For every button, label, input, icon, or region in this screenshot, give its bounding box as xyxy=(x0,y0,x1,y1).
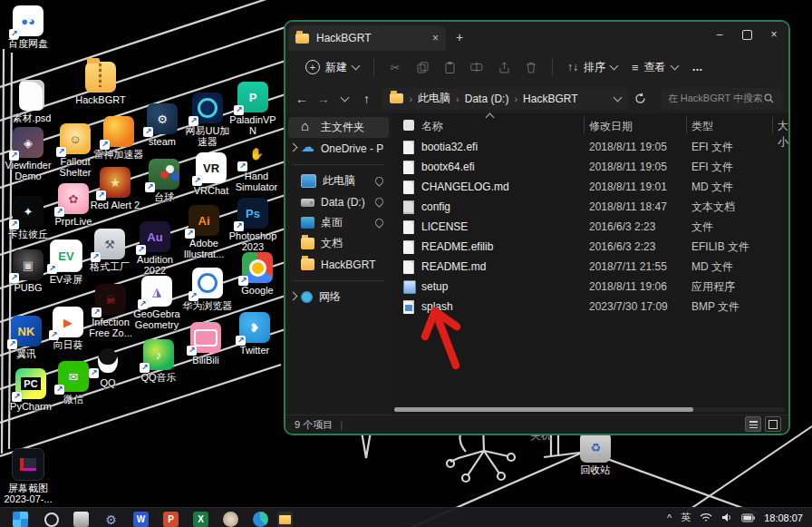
file-row[interactable]: README.md2018/7/11 21:55MD 文件 xyxy=(392,257,788,277)
column-type[interactable]: 类型 xyxy=(691,119,713,134)
excel-button[interactable]: X xyxy=(193,512,208,527)
hand-icon: ✋↗ xyxy=(241,138,272,169)
search-button[interactable] xyxy=(44,512,59,527)
file-row[interactable]: LICENSE2016/6/3 2:23文件 xyxy=(392,217,788,237)
pin-icon xyxy=(373,217,385,229)
file-row[interactable]: config2018/8/11 18:47文本文档 xyxy=(392,197,788,217)
desktop-icon-bilibili[interactable]: ↗BiliBili xyxy=(179,322,232,366)
delete-icon[interactable] xyxy=(524,60,538,74)
desktop-icon-qq[interactable]: ↗QQ xyxy=(82,345,134,388)
desktop-icon-qq-music[interactable]: ♪↗QQ音乐 xyxy=(132,339,185,383)
large-icons-view-button[interactable] xyxy=(765,416,781,432)
uu-booster-icon: ↗ xyxy=(192,93,223,123)
wifi-icon[interactable] xyxy=(700,512,712,522)
horizontal-scrollbar[interactable] xyxy=(394,407,785,412)
paste-icon[interactable] xyxy=(442,60,457,74)
scrollbar-thumb[interactable] xyxy=(394,407,693,412)
desktop-icon-illustrator[interactable]: Ai↗Adobe Illustrat... xyxy=(178,205,230,259)
copy-icon[interactable] xyxy=(415,60,430,74)
folder-icon xyxy=(301,259,314,270)
breadcrumb-data-d[interactable]: Data (D:) xyxy=(465,93,509,105)
edge-button[interactable] xyxy=(253,512,268,527)
desktop-icon-hackbgrt-folder[interactable]: HackBGRT xyxy=(74,62,127,105)
language-indicator[interactable]: 英 xyxy=(681,511,691,524)
file-row[interactable]: bootia32.efi2018/8/11 19:05EFI 文件 xyxy=(392,137,788,157)
address-bar[interactable]: › 此电脑 › Data (D:) › HackBGRT xyxy=(382,88,627,110)
taskbar-clock[interactable]: 18:08:07 xyxy=(764,512,803,523)
desktop-icon-viewfinder-demo[interactable]: ◈↗Viewfinder Demo xyxy=(2,127,54,181)
file-row[interactable]: splash2023/7/30 17:09BMP 文件 xyxy=(392,297,788,317)
rename-icon[interactable] xyxy=(469,60,484,74)
share-icon[interactable] xyxy=(497,60,511,74)
up-button[interactable]: ↑ xyxy=(358,89,376,109)
refresh-button[interactable] xyxy=(632,89,650,109)
shortcut-arrow-icon: ↗ xyxy=(145,182,155,192)
sidebar-item-hackbgrt[interactable]: HackBGRT xyxy=(288,254,389,275)
desktop-icon-red-alert-2[interactable]: ★↗Red Alert 2 xyxy=(89,167,141,210)
more-options-button[interactable]: … xyxy=(685,56,711,78)
sidebar-item-home[interactable]: 主文件夹 xyxy=(288,117,389,138)
desktop-icon-paladin-vpn[interactable]: P↗PaladinVPN xyxy=(227,82,279,136)
forward-button[interactable]: → xyxy=(314,89,333,109)
explorer-tab[interactable]: HackBGRT × xyxy=(288,25,446,51)
close-button[interactable]: × xyxy=(761,22,787,49)
navigation-bar: ← → ↑ › 此电脑 › Data (D:) › HackBGRT 在 Hac… xyxy=(285,83,788,114)
tab-close-icon[interactable]: × xyxy=(432,32,439,44)
sort-button[interactable]: ↑↓ 排序 xyxy=(560,55,624,80)
taskbar-app-button[interactable] xyxy=(73,512,89,527)
file-row[interactable]: CHANGELOG.md2018/8/11 19:01MD 文件 xyxy=(392,177,788,197)
maximize-button[interactable] xyxy=(734,22,759,49)
cut-icon[interactable]: ✂ xyxy=(388,60,402,74)
battery-icon[interactable] xyxy=(741,513,755,522)
chevron-down-icon xyxy=(610,62,619,71)
desktop-icon-twitter[interactable]: ❥↗Twitter xyxy=(228,312,281,356)
desktop-icon-geogebra[interactable]: ◮↗GeoGebra Geometry xyxy=(130,276,183,330)
recent-locations-button[interactable] xyxy=(336,89,354,109)
breadcrumb-this-pc[interactable]: 此电脑 xyxy=(418,91,450,106)
format-factory-icon: ⚒↗ xyxy=(94,229,125,259)
desktop-icon-sucai-psd[interactable]: 素材.psd xyxy=(5,80,58,123)
sidebar-item-network[interactable]: 网络 xyxy=(288,287,389,307)
file-row[interactable]: setup2018/8/11 19:06应用程序 xyxy=(392,277,788,297)
powerpoint-button[interactable]: P xyxy=(163,512,179,527)
new-tab-button[interactable]: + xyxy=(450,29,469,47)
address-dropdown-icon[interactable] xyxy=(613,93,622,102)
minimize-button[interactable]: – xyxy=(707,22,732,49)
new-button[interactable]: + 新建 xyxy=(298,55,366,80)
sidebar-item-data-d[interactable]: Data (D:) xyxy=(288,191,389,212)
select-all-checkbox[interactable] xyxy=(403,120,414,131)
column-date[interactable]: 修改日期 xyxy=(589,119,633,134)
pin-icon xyxy=(373,196,385,208)
details-view-button[interactable] xyxy=(745,416,761,432)
volume-icon[interactable] xyxy=(721,512,732,522)
start-button[interactable] xyxy=(13,512,28,527)
desktop-icon-screenshot-file[interactable]: 屏幕截图 2023-07-... xyxy=(2,448,54,504)
desktop-icon-recycle-bin[interactable]: ♻回收站 xyxy=(569,432,622,475)
desktop-icon-huawei-browser[interactable]: ↗华为浏览器 xyxy=(181,268,234,311)
breadcrumb-hackbgrt[interactable]: HackBGRT xyxy=(523,93,577,105)
desktop-icon-photoshop[interactable]: Ps↗Photoshop 2023 xyxy=(227,198,279,252)
sidebar-item-desktop[interactable]: 桌面 xyxy=(288,212,389,233)
file-row[interactable]: bootx64.efi2018/8/11 19:05EFI 文件 xyxy=(392,157,788,177)
tray-chevron-icon[interactable]: ^ xyxy=(667,512,672,523)
desktop-icon-audition[interactable]: Au↗Audition 2022 xyxy=(129,221,181,276)
word-button[interactable]: W xyxy=(133,512,149,527)
desktop-icon-infection-free-zone[interactable]: ☠↗Infection Free Zo... xyxy=(84,284,137,338)
sidebar-item-documents[interactable]: 文档 xyxy=(288,233,389,254)
back-button[interactable]: ← xyxy=(293,89,311,109)
column-name[interactable]: 名称 xyxy=(421,119,443,134)
search-placeholder: 在 HackBGRT 中搜索 xyxy=(668,92,763,105)
settings-button[interactable]: ⚙ xyxy=(103,512,119,527)
sidebar-item-this-pc[interactable]: 此电脑 xyxy=(288,171,389,191)
desktop-icon-hand-simulator[interactable]: ✋↗Hand Simulator xyxy=(230,138,283,192)
file-explorer-button[interactable] xyxy=(277,512,293,527)
sidebar-item-onedrive[interactable]: OneDrive - Person xyxy=(288,138,389,159)
desktop-icon-billiards[interactable]: ↗台球 xyxy=(138,159,190,202)
browser-button[interactable] xyxy=(223,512,238,527)
desktop-icon-google-chrome[interactable]: ↗Google xyxy=(231,252,284,296)
search-input[interactable]: 在 HackBGRT 中搜索 xyxy=(661,88,781,110)
shortcut-arrow-icon: ↗ xyxy=(237,161,247,171)
file-row[interactable]: README.efilib2016/6/3 2:23EFILIB 文件 xyxy=(392,237,788,257)
desktop-icon-baidu-netdisk[interactable]: ●◕↗百度网盘 xyxy=(2,5,54,49)
view-button[interactable]: ≡ 查看 xyxy=(624,55,685,80)
